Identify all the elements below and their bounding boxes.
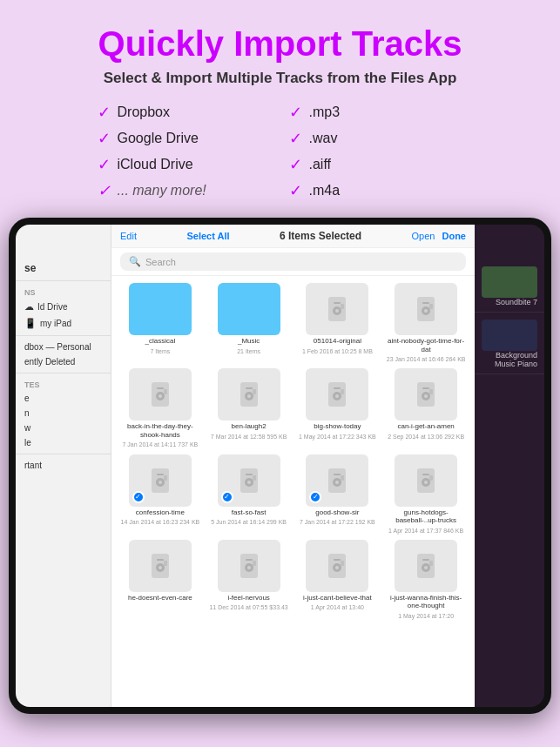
right-panel-background-music: Background Music Piano: [475, 313, 544, 374]
sidebar-label-n: n: [24, 408, 30, 418]
svg-point-61: [247, 566, 251, 569]
file-item-f3[interactable]: 051014-original1 Feb 2016 at 10:25 8 MB: [296, 283, 380, 363]
svg-rect-62: [246, 559, 253, 561]
file-item-f4[interactable]: aint-nobody-got-time-for-dat23 Jan 2014 …: [384, 283, 468, 363]
feature-label-google-drive: Google Drive: [118, 131, 199, 146]
svg-rect-27: [334, 387, 341, 389]
feature-label-many-more: ... many more!: [118, 183, 206, 199]
device-screen: se ns ☁ Id Drive 📱 my iPad dbox — Person…: [16, 225, 544, 707]
check-icon-icloud-drive: ✓: [98, 155, 111, 174]
sidebar-item-n[interactable]: n: [16, 406, 111, 421]
file-name-f2: _Music: [238, 337, 260, 346]
svg-rect-48: [341, 475, 344, 481]
sidebar-label-w: w: [24, 423, 30, 433]
sidebar-label-recently-deleted: ently Deleted: [24, 357, 75, 367]
file-item-f11[interactable]: ✓good-show-sir7 Jan 2014 at 17:22 192 KB: [296, 454, 380, 535]
svg-point-11: [424, 309, 428, 313]
file-meta-f6: 7 Mar 2014 at 12:58 595 KB: [211, 433, 287, 441]
sidebar-item-ipad[interactable]: 📱 my iPad: [16, 315, 111, 332]
done-button[interactable]: Done: [442, 231, 466, 241]
sidebar-label-id-drive: Id Drive: [37, 302, 67, 312]
sidebar-item-dropbox[interactable]: dbox — Personal: [16, 340, 111, 354]
cloud-icon: ☁: [24, 301, 34, 313]
file-meta-f3: 1 Feb 2016 at 10:25 8 MB: [302, 347, 373, 355]
svg-rect-1: [143, 300, 157, 306]
file-thumb-f12: [395, 454, 457, 507]
svg-point-56: [159, 566, 162, 569]
svg-point-31: [424, 394, 428, 398]
svg-point-71: [424, 566, 428, 569]
file-item-f6[interactable]: ben-laugh27 Mar 2014 at 12:58 595 KB: [207, 368, 291, 448]
selection-title: 6 Items Selected: [280, 230, 361, 242]
file-meta-f9: 14 Jan 2014 at 16:23 234 KB: [121, 518, 200, 526]
file-name-f6: ben-laugh2: [232, 422, 267, 431]
background-music-thumb: [482, 320, 537, 351]
search-input[interactable]: 🔍 Search: [120, 252, 466, 271]
file-name-f5: back-in-the-day-they-shook-hands: [118, 422, 202, 439]
svg-rect-12: [422, 302, 429, 304]
file-item-f14[interactable]: i-feel-nervous11 Dec 2014 at 07:55 $33.4…: [207, 540, 291, 620]
sidebar-item-e[interactable]: e: [16, 391, 111, 406]
svg-rect-38: [164, 475, 167, 481]
sidebar-label-dropbox: dbox — Personal: [24, 342, 91, 352]
file-item-f2[interactable]: _Music21 Items: [207, 283, 291, 363]
file-item-f5[interactable]: back-in-the-day-they-shook-hands7 Jan 20…: [118, 368, 202, 448]
search-icon: 🔍: [129, 256, 141, 267]
file-meta-f7: 1 May 2014 at 17:22 343 KB: [299, 433, 376, 441]
svg-rect-58: [164, 561, 167, 566]
file-item-f9[interactable]: ✓confession-time14 Jan 2014 at 16:23 234…: [118, 454, 202, 535]
file-browser-topbar: Edit Select All 6 Items Selected Open Do…: [111, 225, 475, 248]
check-icon-dropbox: ✓: [98, 103, 111, 122]
file-item-f13[interactable]: he-doesnt-even-care: [118, 540, 202, 620]
sidebar-divider-1: [16, 280, 111, 281]
svg-rect-37: [157, 474, 164, 475]
file-meta-f2: 21 Items: [237, 347, 260, 355]
file-name-f10: fast-so-fast: [232, 508, 267, 517]
svg-rect-8: [341, 304, 344, 309]
sidebar-heading-ns: ns: [16, 285, 111, 299]
file-thumb-f11: ✓: [306, 454, 368, 507]
selected-badge-f11: ✓: [309, 491, 321, 503]
feature-wav: ✓ .wav: [289, 127, 463, 150]
file-name-f3: 051014-original: [314, 337, 361, 346]
svg-rect-67: [334, 559, 341, 561]
file-item-f12[interactable]: guns-hotdogs-baseball-..up-trucks1 Apr 2…: [384, 454, 468, 535]
sidebar-item-icloud-drive[interactable]: ☁ Id Drive: [16, 299, 111, 315]
file-item-f7[interactable]: big-show-today1 May 2014 at 17:22 343 KB: [296, 368, 380, 448]
feature-label-aiff: .aiff: [309, 157, 332, 172]
file-item-f15[interactable]: i-just-cant-believe-that1 Apr 2014 at 13…: [296, 540, 380, 620]
svg-rect-7: [334, 302, 341, 304]
check-icon-mp3: ✓: [289, 103, 302, 122]
svg-rect-28: [341, 389, 344, 394]
svg-rect-47: [334, 474, 341, 475]
right-panel: Soundbite 7 Background Music Piano: [475, 225, 544, 707]
feature-dropbox: ✓ Dropbox: [98, 101, 272, 124]
sidebar-item-w[interactable]: w: [16, 421, 111, 435]
file-thumb-f16: [395, 540, 457, 592]
sidebar-item-important[interactable]: rtant: [16, 458, 111, 473]
file-meta-f15: 1 Apr 2014 at 13:40: [311, 603, 364, 611]
file-name-f11: good-show-sir: [315, 508, 359, 517]
file-item-f16[interactable]: i-just-wanna-finish-this-one-thought1 Ma…: [384, 540, 468, 620]
feature-label-mp3: .mp3: [309, 104, 341, 120]
file-item-f10[interactable]: ✓fast-so-fast5 Jun 2014 at 16:14 299 KB: [207, 454, 291, 535]
sidebar-item-le[interactable]: le: [16, 435, 111, 450]
right-panel-soundbite: Soundbite 7: [475, 259, 544, 313]
svg-point-16: [159, 394, 162, 398]
file-item-f8[interactable]: can-i-get-an-amen2 Sep 2014 at 13:06 292…: [384, 368, 468, 448]
feature-label-icloud-drive: iCloud Drive: [118, 157, 193, 172]
selected-badge-f10: ✓: [221, 491, 233, 503]
select-all-button[interactable]: Select All: [186, 231, 229, 241]
open-button[interactable]: Open: [412, 231, 435, 241]
file-name-f13: he-doesnt-even-care: [128, 594, 192, 602]
svg-rect-22: [246, 387, 253, 389]
check-icon-wav: ✓: [289, 129, 302, 148]
file-thumb-f15: [306, 540, 368, 592]
svg-point-26: [335, 394, 339, 398]
file-meta-f4: 23 Jan 2014 at 16:46 264 KB: [387, 355, 466, 363]
file-meta-f12: 1 Apr 2014 at 17:37 846 KB: [388, 527, 463, 535]
file-item-f1[interactable]: _classical7 Items: [118, 283, 202, 363]
sidebar-item-recently-deleted[interactable]: ently Deleted: [16, 354, 111, 369]
edit-button[interactable]: Edit: [120, 231, 137, 241]
svg-point-41: [247, 481, 251, 484]
